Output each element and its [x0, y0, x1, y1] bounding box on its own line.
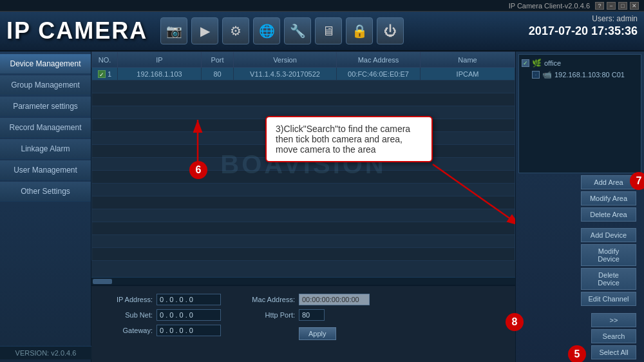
search-buttons: 8 >> Search 5 Select All [518, 313, 641, 359]
annotation-circle-8: 8 [506, 313, 524, 331]
sidebar-item-device-management[interactable]: Device Management [0, 54, 91, 74]
area-icon: 🌿 [532, 59, 542, 68]
device-tree: ✓ 🌿 office · 📹 192.168.1.103:80 C01 [518, 54, 641, 173]
close-button[interactable]: ✕ [630, 2, 639, 10]
table-row [92, 81, 515, 93]
annotation-circle-6: 6 [189, 161, 207, 179]
tree-area-item[interactable]: ✓ 🌿 office [522, 57, 638, 69]
right-panel: ✓ 🌿 office · 📹 192.168.1.103:80 C01 Add … [515, 52, 644, 362]
table-row [92, 248, 515, 261]
modify-device-button[interactable]: Modify Device [581, 244, 636, 266]
ip-address-row: IP Address: [104, 294, 221, 305]
content-area: BOAVISION NO. IP Port Version Mac Addres… [91, 52, 644, 362]
device-tree-icon: 📹 [542, 70, 552, 79]
tools-icon[interactable]: 🔧 [284, 17, 311, 44]
annotation-circle-7: 7 [630, 172, 644, 190]
apply-row: Apply [247, 325, 370, 340]
add-device-button[interactable]: Add Device [581, 228, 636, 242]
cell-mac: 00:FC:46:0E:E0:E7 [337, 68, 421, 81]
cell-version: V11.1.4.5.3-20170522 [234, 68, 337, 81]
col-no: NO. [92, 52, 118, 68]
move-button[interactable]: >> [591, 313, 636, 327]
cell-name: IPCAM [421, 68, 515, 81]
cell-ip: 192.168.1.103 [118, 68, 202, 81]
form-col-left: IP Address: Sub Net: Gateway: [104, 294, 221, 340]
edit-channel-button[interactable]: Edit Channel [581, 292, 636, 306]
sidebar: Device Management Group Management Param… [0, 52, 91, 362]
table-row [92, 235, 515, 248]
device-checkbox[interactable]: · [532, 71, 540, 79]
ip-address-input[interactable] [156, 294, 221, 305]
gateway-input[interactable] [156, 325, 221, 336]
sidebar-item-group-management[interactable]: Group Management [0, 75, 91, 95]
subnet-label: Sub Net: [104, 311, 153, 319]
lock-icon[interactable]: 🔒 [346, 17, 373, 44]
mac-address-label: Mac Address: [247, 296, 295, 303]
area-label: office [544, 59, 561, 67]
delete-area-button[interactable]: Delete Area [581, 207, 636, 222]
toolbar: 📷 ▶ ⚙ 🌐 🔧 🖥 🔒 ⏻ [160, 17, 404, 44]
add-area-button[interactable]: Add Area [581, 175, 636, 189]
delete-device-button[interactable]: Delete Device [581, 268, 636, 290]
mac-address-input [299, 294, 370, 305]
http-port-row: Http Port: [247, 309, 370, 321]
sidebar-item-record-management[interactable]: Record Management [0, 118, 91, 138]
sidebar-item-user-management[interactable]: User Management [0, 160, 91, 180]
http-port-input[interactable] [299, 309, 325, 321]
search-button[interactable]: Search [591, 329, 636, 343]
header: IP CAMERA 📷 ▶ ⚙ 🌐 🔧 🖥 🔒 ⏻ Users: admin 2… [0, 12, 644, 52]
device-buttons: Add Device Modify Device Delete Device E… [518, 228, 641, 306]
gateway-row: Gateway: [104, 325, 221, 336]
subnet-input[interactable] [156, 309, 221, 321]
globe-icon[interactable]: 🌐 [253, 17, 280, 44]
app-title: IP Camera Client-v2.0.4.6 [509, 2, 590, 10]
annotation-circle-5: 5 [568, 345, 586, 362]
play-icon[interactable]: ▶ [191, 17, 218, 44]
titlebar: IP Camera Client-v2.0.4.6 ? − □ ✕ [0, 0, 644, 12]
select-all-button[interactable]: Select All [591, 345, 636, 359]
col-port: Port [202, 52, 234, 68]
form-col-right: Mac Address: Http Port: Apply [247, 294, 370, 340]
col-ip: IP [118, 52, 202, 68]
settings-wheel-icon[interactable]: ⚙ [222, 17, 249, 44]
tree-device-item[interactable]: · 📹 192.168.1.103:80 C01 [522, 69, 638, 81]
table-row[interactable]: ✓ 1 192.168.1.103 80 V11.1.4.5.3-2017052… [92, 68, 515, 81]
col-version: Version [234, 52, 337, 68]
device-info-panel: IP Address: Sub Net: Gateway: [91, 285, 515, 362]
table-row [92, 222, 515, 235]
power-icon[interactable]: ⏻ [377, 17, 404, 44]
sidebar-item-other-settings[interactable]: Other Settings [0, 182, 91, 202]
sidebar-item-linkage-alarm[interactable]: Linkage Alarm [0, 139, 91, 159]
apply-button[interactable]: Apply [299, 327, 336, 340]
table-row [92, 196, 515, 209]
table-row [92, 209, 515, 222]
device-tree-label: 192.168.1.103:80 C01 [554, 71, 625, 79]
sidebar-item-parameter-settings[interactable]: Parameter settings [0, 97, 91, 117]
maximize-button[interactable]: □ [618, 2, 627, 10]
camera-icon[interactable]: 📷 [160, 17, 187, 44]
modify-area-button[interactable]: Modify Area [581, 191, 636, 205]
gateway-label: Gateway: [104, 327, 153, 334]
area-checkbox[interactable]: ✓ [522, 59, 529, 67]
device-area: BOAVISION NO. IP Port Version Mac Addres… [91, 52, 644, 362]
version-label: VERSION: v2.0.4.6 [0, 346, 91, 359]
subnet-row: Sub Net: [104, 309, 221, 321]
col-mac: Mac Address [337, 52, 421, 68]
window-controls: ? − □ ✕ [595, 2, 639, 10]
app-logo: IP CAMERA [6, 17, 147, 44]
help-button[interactable]: ? [595, 2, 604, 10]
datetime-display: 2017-07-20 17:35:36 [529, 24, 638, 38]
http-port-label: Http Port: [247, 311, 295, 319]
annotation-bubble: 3)Click"Search"to find the camera then t… [265, 116, 433, 162]
select-all-container: 5 Select All [591, 345, 639, 359]
horizontal-scrollbar[interactable] [91, 277, 515, 285]
table-row [92, 93, 515, 106]
scrollbar-thumb[interactable] [93, 279, 112, 284]
ip-address-label: IP Address: [104, 296, 153, 303]
cell-port: 80 [202, 68, 234, 81]
user-time-display: Users: admin 2017-07-20 17:35:36 [529, 14, 638, 38]
device-table-container: BOAVISION NO. IP Port Version Mac Addres… [91, 52, 515, 277]
cell-checkbox[interactable]: ✓ 1 [92, 68, 118, 81]
display-icon[interactable]: 🖥 [315, 17, 342, 44]
minimize-button[interactable]: − [607, 2, 616, 10]
